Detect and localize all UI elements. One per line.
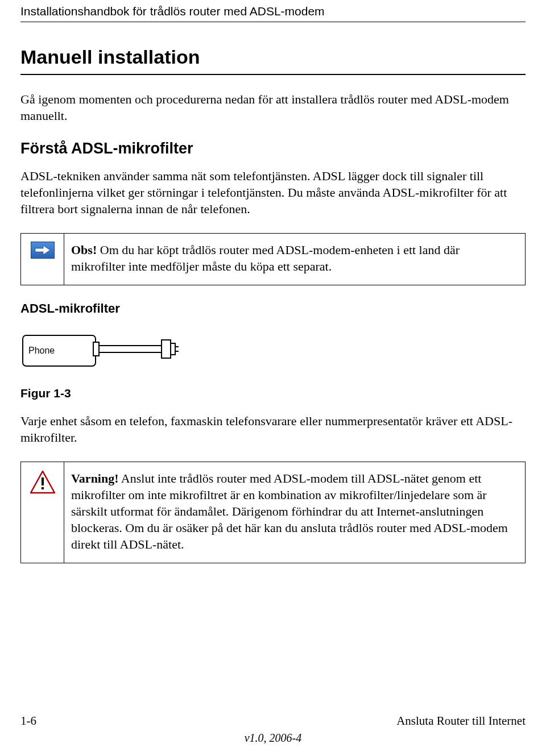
figure-filter: Phone Figur 1-3 <box>20 331 526 400</box>
microfilter-diagram-icon: Phone <box>20 331 185 371</box>
svg-rect-9 <box>42 487 44 489</box>
note-body: Obs! Om du har köpt trådlös router med A… <box>64 234 525 285</box>
page-title: Manuell installation <box>20 46 526 68</box>
footer-line: 1-6 Ansluta Router till Internet <box>20 714 526 728</box>
svg-rect-8 <box>42 477 44 485</box>
figure-caption: Figur 1-3 <box>20 387 526 400</box>
svg-rect-3 <box>93 342 99 356</box>
arrow-right-icon <box>31 242 55 259</box>
warning-icon-cell <box>21 462 64 563</box>
note-text: Om du har köpt trådlös router med ADSL-m… <box>71 243 460 273</box>
intro-paragraph: Gå igenom momenten och procedurerna neda… <box>20 91 526 124</box>
body-paragraph-1: ADSL-tekniken använder samma nät som tel… <box>20 168 526 217</box>
footer-version: v1.0, 2006-4 <box>20 732 526 745</box>
section-heading: Förstå ADSL-mikrofilter <box>20 140 526 157</box>
footer-section: Ansluta Router till Internet <box>396 714 526 728</box>
page-footer: 1-6 Ansluta Router till Internet v1.0, 2… <box>20 714 526 745</box>
warning-triangle-icon <box>30 470 56 494</box>
note-lead: Obs! <box>71 243 97 257</box>
note-callout: Obs! Om du har köpt trådlös router med A… <box>20 233 526 285</box>
svg-rect-5 <box>171 343 175 355</box>
body-paragraph-2: Varje enhet såsom en telefon, faxmaskin … <box>20 413 526 446</box>
warning-callout: Varning! Anslut inte trådlös router med … <box>20 462 526 563</box>
title-rule <box>20 74 526 75</box>
warning-text: Anslut inte trådlös router med ADSL-mode… <box>71 471 508 551</box>
page: Installationshandbok för trådlös router … <box>0 0 546 756</box>
svg-rect-4 <box>162 340 171 358</box>
warning-body: Varning! Anslut inte trådlös router med … <box>64 462 525 563</box>
filter-phone-label: Phone <box>28 346 55 355</box>
subsection-heading: ADSL-mikrofilter <box>20 301 526 316</box>
page-number: 1-6 <box>20 714 36 728</box>
warning-lead: Varning! <box>71 471 119 485</box>
running-header: Installationshandbok för trådlös router … <box>20 0 526 22</box>
note-icon-cell <box>21 234 64 285</box>
